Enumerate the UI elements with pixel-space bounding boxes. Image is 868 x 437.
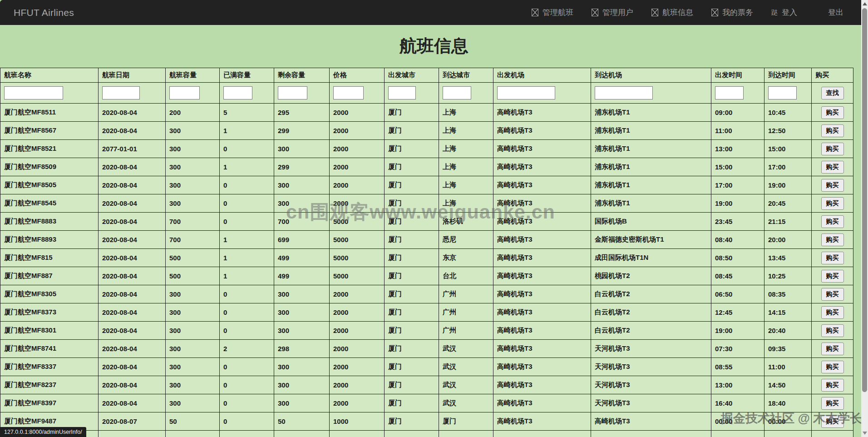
filter-input-1[interactable] — [102, 86, 140, 99]
flight-row: 厦门航空MF85052020-08-0430003002000厦门上海高崎机场T… — [0, 176, 853, 194]
flight-cell: 2000 — [330, 158, 385, 176]
flight-cell: 台北 — [439, 267, 493, 285]
flight-cell: 浦东机场T1 — [591, 122, 711, 140]
flight-cell: 300 — [274, 176, 330, 194]
filter-input-9[interactable] — [595, 86, 653, 99]
flight-cell: 白云机场T2 — [591, 285, 711, 303]
search-button[interactable]: 查找 — [821, 87, 844, 99]
filter-cell — [330, 83, 385, 104]
flight-cell: 广州 — [439, 303, 493, 322]
nav-item-login[interactable]: 跶登入 — [771, 7, 797, 18]
flight-cell: 白云机场T2 — [591, 322, 711, 340]
scroll-up-arrow[interactable] — [861, 0, 868, 7]
flight-cell: 14:50 — [764, 376, 812, 394]
flight-cell: 20:00 — [764, 231, 812, 249]
flight-cell: 2020-08-04 — [99, 122, 166, 140]
flight-cell: 300 — [166, 158, 220, 176]
flight-cell — [385, 431, 439, 437]
flight-cell: 厦门 — [439, 412, 493, 431]
scrollbar-thumb[interactable] — [862, 8, 867, 392]
flight-cell: 厦门航空MF8237 — [0, 376, 99, 394]
flight-cell: 300 — [166, 376, 220, 394]
nav-item-manage-users[interactable]: 管理用户 — [592, 7, 633, 18]
flight-cell: 2077-01-01 — [99, 140, 166, 158]
flight-cell: 12:50 — [764, 122, 812, 140]
buy-button[interactable]: 购买 — [821, 161, 844, 174]
filter-input-11[interactable] — [768, 86, 797, 99]
filter-input-8[interactable] — [497, 86, 555, 99]
filter-input-5[interactable] — [333, 86, 364, 99]
flight-cell: 300 — [166, 340, 220, 358]
buy-button[interactable]: 购买 — [821, 179, 844, 192]
filter-cell — [0, 83, 99, 104]
flight-cell — [439, 431, 493, 437]
filter-input-10[interactable] — [715, 86, 744, 99]
nav-item-label: 我的票务 — [722, 7, 753, 18]
flight-cell: 2020-08-04 — [99, 158, 166, 176]
buy-button[interactable]: 购买 — [821, 343, 844, 355]
column-header: 出发城市 — [385, 68, 439, 83]
column-header: 剩余容量 — [274, 68, 330, 83]
flight-cell: 白云机场T2 — [591, 303, 711, 322]
flight-cell: 0 — [220, 376, 274, 394]
filter-input-3[interactable] — [223, 86, 252, 99]
flight-cell: 300 — [166, 194, 220, 213]
flight-cell: 700 — [274, 213, 330, 231]
flight-cell: 300 — [274, 322, 330, 340]
buy-button[interactable]: 购买 — [821, 215, 844, 228]
flight-row: 厦门航空MF88932020-08-0470016995000厦门悉尼高崎机场T… — [0, 231, 853, 249]
scroll-down-arrow[interactable] — [861, 430, 868, 437]
buy-button[interactable]: 购买 — [821, 379, 844, 392]
buy-button[interactable]: 购买 — [821, 106, 844, 119]
buy-button[interactable]: 购买 — [821, 143, 844, 155]
flight-cell: 499 — [274, 267, 330, 285]
flight-cell: 成田国际机场T1N — [591, 249, 711, 267]
buy-button[interactable]: 购买 — [821, 415, 844, 428]
nav-item-flight-info[interactable]: 航班信息 — [651, 7, 693, 18]
flight-cell: 5 — [220, 104, 274, 122]
filter-input-2[interactable] — [169, 86, 200, 99]
buy-button[interactable]: 购买 — [821, 233, 844, 246]
filter-input-4[interactable] — [278, 86, 307, 99]
buy-button[interactable]: 购买 — [821, 252, 844, 264]
buy-cell: 购买 — [812, 394, 853, 412]
filter-input-7[interactable] — [443, 86, 471, 99]
flight-cell: 300 — [166, 285, 220, 303]
buy-button[interactable]: 购买 — [821, 324, 844, 337]
flight-cell: 厦门 — [385, 176, 439, 194]
buy-button[interactable]: 购买 — [821, 361, 844, 373]
column-header: 价格 — [330, 68, 385, 83]
filter-cell — [166, 83, 220, 104]
flight-cell: 300 — [274, 140, 330, 158]
buy-button[interactable]: 购买 — [821, 288, 844, 301]
nav-item-label: 管理用户 — [602, 7, 633, 18]
flight-cell: 16:40 — [711, 394, 764, 412]
buy-button[interactable]: 购买 — [821, 124, 844, 137]
filter-cell — [99, 83, 166, 104]
nav-item-my-tickets[interactable]: 我的票务 — [711, 7, 753, 18]
column-header: 航班容量 — [166, 68, 220, 83]
flight-cell: 0 — [220, 358, 274, 376]
buy-button[interactable]: 购买 — [821, 306, 844, 319]
flight-cell: 广州 — [439, 322, 493, 340]
nav-item-logout[interactable]: 登出 — [828, 7, 843, 18]
column-header: 航班名称 — [0, 68, 99, 83]
nav-item-manage-flights[interactable]: 管理航班 — [532, 7, 573, 18]
buy-button[interactable]: 购买 — [821, 270, 844, 283]
flight-cell: 2020-08-04 — [99, 285, 166, 303]
flight-cell: 武汉 — [439, 394, 493, 412]
buy-button[interactable]: 购买 — [821, 197, 844, 210]
vertical-scrollbar[interactable] — [861, 0, 868, 437]
filter-input-6[interactable] — [388, 86, 416, 99]
flight-cell: 厦门航空MF8337 — [0, 358, 99, 376]
flight-row: 厦门航空MF85452020-08-0430003002000厦门上海高崎机场T… — [0, 194, 853, 213]
flight-cell: 1 — [220, 249, 274, 267]
flight-cell: 天河机场T3 — [591, 358, 711, 376]
flight-cell: 5000 — [330, 213, 385, 231]
filter-input-0[interactable] — [4, 86, 63, 99]
buy-button[interactable]: 购买 — [821, 397, 844, 410]
navbar: HFUT Airlines 管理航班管理用户航班信息我的票务跶登入登出 — [0, 0, 868, 25]
flight-cell: 00:00 — [711, 412, 764, 431]
brand[interactable]: HFUT Airlines — [14, 7, 74, 18]
flight-cell: 厦门 — [385, 158, 439, 176]
